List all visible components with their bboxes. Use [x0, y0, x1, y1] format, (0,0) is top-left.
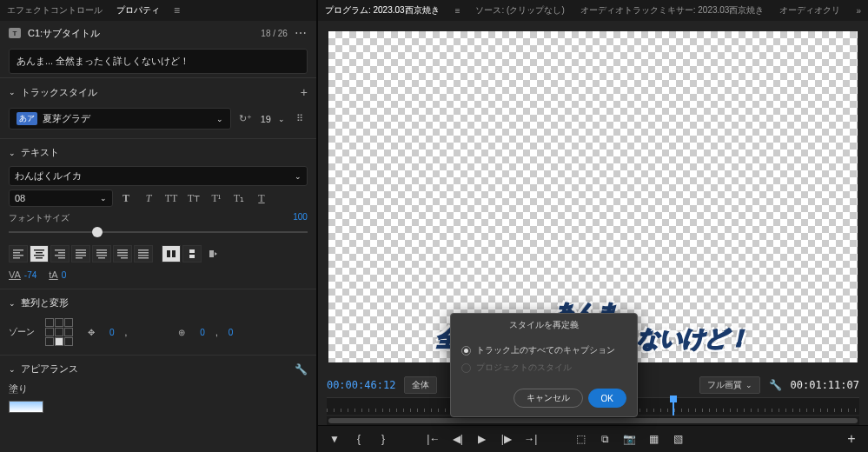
- style-badge: あア: [17, 112, 37, 125]
- svg-rect-15: [76, 257, 83, 259]
- svg-rect-18: [96, 255, 107, 256]
- compare-button[interactable]: ▦: [646, 431, 662, 447]
- extract-button[interactable]: ⧉: [598, 431, 613, 447]
- export-frame-button[interactable]: 📷: [622, 431, 638, 447]
- wrench-icon[interactable]: 🔧: [295, 363, 308, 376]
- svg-rect-6: [34, 255, 44, 256]
- pos-x-value[interactable]: 0: [109, 328, 115, 337]
- style-count: 19: [261, 114, 271, 124]
- grid-icon[interactable]: ⠿: [292, 111, 308, 127]
- text-vertical-button[interactable]: [182, 245, 202, 263]
- chevron-down-icon[interactable]: ⌄: [9, 88, 16, 96]
- anchor-point-icon[interactable]: ⊕: [174, 324, 189, 340]
- zone-anchor-grid[interactable]: [45, 318, 73, 346]
- cancel-button[interactable]: キャンセル: [514, 389, 583, 408]
- button-editor-button[interactable]: +: [844, 431, 859, 447]
- italic-button[interactable]: T: [139, 189, 158, 207]
- move-icon[interactable]: ✥: [83, 324, 99, 340]
- sync-style-icon[interactable]: ↻⁺: [238, 111, 254, 127]
- lift-button[interactable]: ⬚: [573, 431, 589, 447]
- text-horizontal-button[interactable]: [162, 245, 181, 263]
- chevron-down-icon: ⌄: [100, 194, 107, 203]
- track-style-select[interactable]: あア 夏芽グラデ ⌄: [9, 108, 231, 130]
- align-left-button[interactable]: [9, 245, 28, 263]
- add-style-button[interactable]: +: [301, 85, 308, 99]
- chevron-down-icon[interactable]: ⌄: [278, 115, 285, 123]
- chevron-down-icon[interactable]: ⌄: [9, 299, 16, 308]
- bold-button[interactable]: T: [116, 189, 136, 207]
- tab-source[interactable]: ソース: (クリップなし): [475, 4, 564, 17]
- font-size-slider[interactable]: [9, 231, 308, 233]
- smallcaps-button[interactable]: Tᴛ: [184, 189, 203, 207]
- dialog-title: スタイルを再定義: [451, 314, 637, 336]
- panel-menu-icon[interactable]: ≡: [174, 4, 180, 17]
- caption-track-icon: T: [9, 28, 21, 38]
- superscript-button[interactable]: T¹: [207, 189, 226, 207]
- add-marker-button[interactable]: ▼: [327, 431, 342, 447]
- allcaps-button[interactable]: TT: [162, 189, 181, 207]
- align-justify-all-button[interactable]: [134, 245, 153, 263]
- svg-rect-9: [58, 252, 65, 254]
- svg-rect-30: [189, 249, 195, 253]
- current-timecode[interactable]: 00:00:46:12: [327, 379, 395, 391]
- font-weight-select[interactable]: 08 ⌄: [9, 189, 113, 207]
- scale-y-value[interactable]: 0: [229, 328, 234, 337]
- text-mask-button[interactable]: [203, 245, 222, 263]
- kerning-value[interactable]: -74: [24, 270, 36, 280]
- svg-rect-20: [117, 249, 128, 251]
- slider-thumb[interactable]: [92, 227, 103, 237]
- redefine-style-dialog: スタイルを再定義 トラック上のすべてのキャプション プロジェクトのスタイル キャ…: [450, 313, 638, 417]
- timeline-scroll[interactable]: [327, 416, 859, 425]
- subscript-button[interactable]: T₁: [229, 189, 248, 207]
- playhead-marker[interactable]: [673, 398, 674, 415]
- underline-button[interactable]: T: [252, 189, 271, 207]
- leading-value[interactable]: 0: [62, 270, 67, 280]
- align-justify-last-center-button[interactable]: [92, 245, 111, 263]
- font-size-value[interactable]: 100: [293, 212, 308, 224]
- svg-rect-23: [121, 257, 128, 259]
- chevron-down-icon: ⌄: [295, 172, 301, 181]
- tab-program[interactable]: プログラム: 2023.03西京焼き: [325, 4, 440, 17]
- caption-more-icon[interactable]: ⋯: [295, 26, 308, 40]
- svg-rect-1: [13, 252, 20, 254]
- leading-icon: tA: [49, 269, 57, 280]
- step-forward-button[interactable]: |▶: [499, 431, 514, 447]
- scroll-thumb[interactable]: [328, 418, 858, 423]
- duration-timecode: 00:01:11:07: [791, 379, 859, 391]
- tab-effect-controls[interactable]: エフェクトコントロール: [7, 4, 103, 17]
- go-to-out-button[interactable]: →|: [523, 431, 539, 447]
- svg-rect-0: [13, 249, 23, 251]
- go-to-in-button[interactable]: |←: [426, 431, 441, 447]
- play-button[interactable]: ▶: [474, 431, 490, 447]
- chevron-down-icon[interactable]: ⌄: [9, 365, 16, 374]
- tab-audio-mixer[interactable]: オーディオトラックミキサー: 2023.03西京焼き: [580, 4, 765, 17]
- style-preset-name: 夏芽グラデ: [43, 112, 90, 125]
- caption-text-input[interactable]: あんま... 全然まったく詳しくないけど！: [9, 49, 308, 74]
- scale-x-value[interactable]: 0: [200, 328, 205, 337]
- fill-color-swatch[interactable]: [9, 401, 43, 413]
- align-justify-button[interactable]: [71, 245, 90, 263]
- step-back-button[interactable]: ◀|: [450, 431, 466, 447]
- tab-audio-clip[interactable]: オーディオクリ: [779, 4, 840, 17]
- font-family-select[interactable]: わんぱくルイカ ⌄: [9, 166, 308, 186]
- align-right-button[interactable]: [50, 245, 70, 263]
- chevron-down-icon: ⌄: [216, 115, 223, 123]
- zoom-fit-button[interactable]: 全体: [404, 376, 437, 394]
- settings-icon[interactable]: 🔧: [769, 379, 782, 391]
- section-align-transform: 整列と変形: [21, 296, 308, 309]
- svg-rect-19: [98, 257, 105, 259]
- tab-properties[interactable]: プロパティ: [116, 4, 160, 17]
- ok-button[interactable]: OK: [588, 389, 626, 408]
- radio-all-track-captions[interactable]: トラック上のすべてのキャプション: [461, 342, 626, 359]
- svg-rect-10: [55, 255, 65, 256]
- tabs-overflow-icon[interactable]: »: [856, 6, 861, 16]
- chevron-down-icon[interactable]: ⌄: [9, 149, 16, 157]
- playback-quality-select[interactable]: フル画質 ⌄: [699, 376, 760, 394]
- svg-rect-5: [36, 252, 43, 254]
- mark-in-button[interactable]: {: [351, 431, 367, 447]
- align-justify-last-right-button[interactable]: [113, 245, 132, 263]
- mark-out-button[interactable]: }: [375, 431, 391, 447]
- align-center-button[interactable]: [30, 245, 49, 263]
- panel-menu-icon[interactable]: ≡: [455, 6, 461, 16]
- safe-margins-button[interactable]: ▧: [671, 431, 686, 447]
